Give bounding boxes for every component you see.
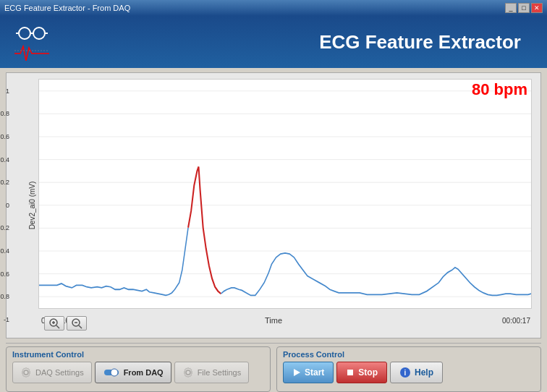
x-axis-label: Time xyxy=(265,316,282,325)
maximize-button[interactable]: □ xyxy=(518,3,530,13)
chart-inner: 1 0.8 0.6 0.4 0.2 0 -0.2 -0.4 -0.6 -0.8 … xyxy=(38,79,532,309)
svg-line-21 xyxy=(79,325,82,328)
gear-icon xyxy=(20,367,32,378)
logo-icon xyxy=(12,23,52,61)
y-tick-n06: -0.6 xyxy=(0,270,12,278)
zoom-in-button[interactable] xyxy=(44,316,64,331)
stop-button[interactable]: Stop xyxy=(336,362,387,383)
chart-container: Dev2_ai0 (mV) 1 0.8 0.6 0.4 0.2 0 -0.2 -… xyxy=(6,72,541,338)
daq-settings-button[interactable]: DAQ Settings xyxy=(12,362,92,383)
y-tick-02: 0.2 xyxy=(0,179,12,186)
svg-point-26 xyxy=(186,370,190,375)
from-daq-button[interactable]: From DAQ xyxy=(95,362,171,383)
y-tick-04: 0.4 xyxy=(0,156,12,163)
svg-point-1 xyxy=(33,27,45,39)
instrument-control-title: Instrument Control xyxy=(12,350,264,359)
stop-label: Stop xyxy=(358,367,378,378)
instrument-control-panel: Instrument Control DAQ Settings From DAQ xyxy=(6,346,271,392)
start-button[interactable]: Start xyxy=(283,362,334,383)
y-tick-n02: -0.2 xyxy=(0,224,12,231)
titlebar-title: ECG Feature Extractor - From DAQ xyxy=(4,4,504,12)
stop-icon xyxy=(346,368,355,377)
bpm-display: 80 bpm xyxy=(472,80,527,99)
y-tick-n1: -1 xyxy=(4,316,12,323)
y-tick-1: 1 xyxy=(6,88,12,95)
svg-point-25 xyxy=(111,369,118,376)
ecg-chart xyxy=(39,80,531,308)
file-settings-button[interactable]: File Settings xyxy=(174,362,250,383)
play-icon xyxy=(292,368,301,377)
time-right: 00:00:17 xyxy=(502,317,530,325)
zoom-out-button[interactable] xyxy=(67,316,87,331)
titlebar: ECG Feature Extractor - From DAQ _ □ ✕ xyxy=(0,0,547,16)
from-daq-label: From DAQ xyxy=(124,368,164,377)
header: ECG Feature Extractor xyxy=(0,16,547,68)
svg-marker-27 xyxy=(294,369,300,376)
svg-line-17 xyxy=(56,325,59,328)
close-button[interactable]: ✕ xyxy=(531,3,543,13)
y-tick-n08: -0.8 xyxy=(0,293,12,300)
y-tick-06: 0.6 xyxy=(0,133,12,140)
start-label: Start xyxy=(305,367,324,378)
help-button[interactable]: i Help xyxy=(390,362,443,383)
bottom-panel: Instrument Control DAQ Settings From DAQ xyxy=(6,343,541,392)
y-tick-08: 0.8 xyxy=(0,110,12,117)
file-gear-icon xyxy=(182,367,194,378)
y-tick-0: 0 xyxy=(6,202,12,209)
process-control-panel: Process Control Start Stop i Help xyxy=(276,346,541,392)
svg-rect-28 xyxy=(347,370,353,375)
daq-settings-label: DAQ Settings xyxy=(35,368,84,377)
app-title: ECG Feature Extractor xyxy=(52,31,521,54)
help-label: Help xyxy=(415,367,433,378)
process-buttons: Start Stop i Help xyxy=(283,362,535,383)
svg-point-0 xyxy=(19,27,30,39)
zoom-controls xyxy=(44,316,87,331)
process-control-title: Process Control xyxy=(283,350,535,359)
instrument-buttons: DAQ Settings From DAQ File Settings xyxy=(12,362,264,383)
minimize-button[interactable]: _ xyxy=(505,3,517,13)
svg-point-23 xyxy=(24,370,28,375)
switch-icon xyxy=(103,367,120,378)
svg-text:i: i xyxy=(404,369,407,377)
file-settings-label: File Settings xyxy=(198,368,242,377)
y-tick-n04: -0.4 xyxy=(0,247,12,255)
logo-area xyxy=(12,23,52,61)
info-icon: i xyxy=(399,367,411,378)
